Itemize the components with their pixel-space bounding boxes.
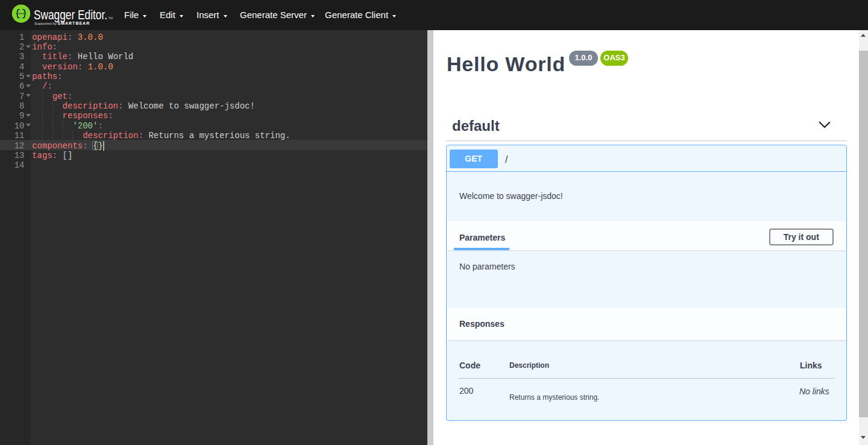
svg-text:Supported by: Supported by <box>34 21 57 25</box>
svg-text:Swagger Editor.: Swagger Editor. <box>34 7 107 22</box>
svg-text:TM: TM <box>108 16 113 20</box>
svg-text:SMARTBEAR: SMARTBEAR <box>58 21 90 25</box>
